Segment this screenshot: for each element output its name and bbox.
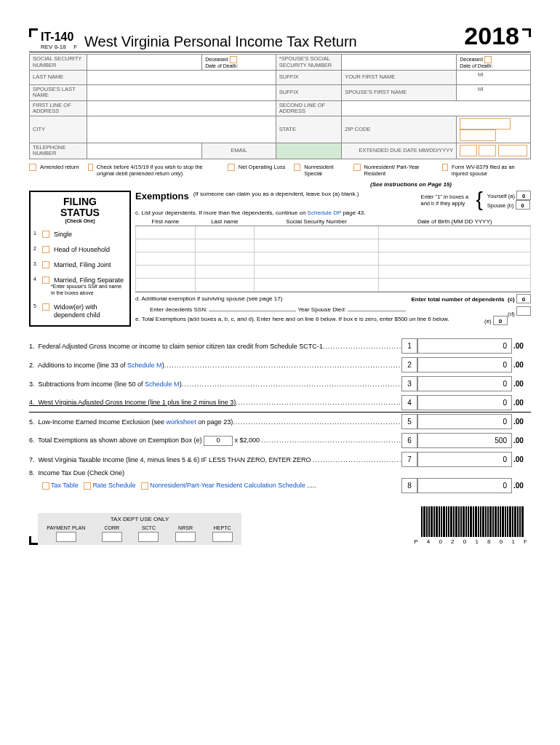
filing-opt-widow[interactable]: 5Widow(er) with dependent child	[33, 303, 127, 319]
decedents-line: Enter decedents SSN: Year Spouse Died: (…	[135, 305, 531, 314]
line-8-amount[interactable]: 0	[417, 478, 512, 493]
barcode-bars	[414, 506, 531, 537]
box-e[interactable]: 0	[493, 316, 508, 325]
lastname-label: LAST NAME	[30, 71, 87, 85]
city-field[interactable]	[87, 116, 276, 143]
zip-input[interactable]	[460, 118, 511, 130]
addr2-field[interactable]	[342, 100, 531, 116]
phone-label: TELEPHONE NUMBER	[30, 143, 87, 159]
dep-row[interactable]	[136, 239, 531, 252]
line-8: Tax Table Rate Schedule Nonresident/Part…	[29, 477, 531, 495]
box-b[interactable]: 0	[516, 200, 530, 210]
line-2: 2. Additions to income (line 33 of Sched…	[29, 356, 531, 375]
filing-title1: FILING	[33, 196, 127, 207]
line-3-amount[interactable]: 0	[417, 376, 512, 391]
email-label: EMAIL	[202, 143, 276, 159]
email-field[interactable]	[276, 143, 341, 159]
spouse-ssn-field[interactable]	[342, 55, 457, 71]
filing-opt-hoh[interactable]: 2Head of Household	[33, 246, 127, 254]
filing-opt-single[interactable]: 1Single	[33, 231, 127, 239]
mfs-note: *Enter spouse's SS# and name in the boxe…	[51, 284, 127, 296]
nonres-special-checkbox[interactable]: Nonresident Special	[294, 164, 345, 177]
form-code: IT-140	[41, 31, 77, 43]
suffix-label: SUFFIX	[276, 71, 341, 85]
year-died-field[interactable]	[348, 311, 406, 311]
ssn-label: SOCIAL SECURITY NUMBER	[30, 55, 87, 71]
line-5: 5. Low-Income Earned Income Exclusion (s…	[29, 413, 531, 431]
spouse-first-label: SPOUSE'S FIRST NAME	[342, 85, 457, 101]
addr1-label: FIRST LINE OF ADDRESS	[30, 100, 87, 116]
revision: REV 8-18	[41, 44, 66, 50]
schedule-m-link2[interactable]: Schedule M	[145, 381, 180, 388]
exemptions-title: Exemptions	[135, 191, 189, 202]
line-7-amount[interactable]: 0	[417, 452, 512, 467]
zip4-input[interactable]	[460, 130, 496, 141]
corr-box	[102, 532, 122, 542]
ext-mm[interactable]	[460, 145, 477, 156]
nonres-part-checkbox[interactable]: Nonresident/ Part-Year Resident	[353, 164, 433, 177]
box-a[interactable]: 0	[516, 191, 531, 200]
dep-row[interactable]	[136, 265, 531, 278]
spouse-last-field[interactable]	[87, 85, 276, 101]
ssn-field[interactable]	[87, 55, 202, 71]
dep-row[interactable]	[136, 278, 531, 291]
heptc-box	[212, 532, 233, 542]
barcode-text: P 4 0 2 0 1 8 0 1 F	[414, 538, 531, 545]
worksheet-link[interactable]: worksheet	[167, 418, 196, 426]
line-4: 4. West Virginia Adjusted Gross Income (…	[29, 394, 531, 413]
schedule-dp-link[interactable]: Schedule DP	[308, 210, 342, 216]
line-5-amount[interactable]: 0	[417, 414, 512, 429]
filing-title2: STATUS	[33, 207, 127, 218]
crop-mark-bl	[29, 536, 38, 545]
decedent-ssn-field[interactable]	[209, 311, 296, 311]
zip-field[interactable]	[457, 116, 531, 143]
nol-checkbox[interactable]: Net Operating Loss	[228, 164, 286, 171]
barcode: P 4 0 2 0 1 8 0 1 F	[414, 506, 531, 545]
amended-checkbox[interactable]: Amended return	[29, 164, 79, 171]
exemption-count-box[interactable]: 0	[204, 436, 233, 446]
ext-dd[interactable]	[479, 145, 496, 156]
line-d: d. Additional exemption if surviving spo…	[135, 292, 531, 305]
filing-status-box: FILING STATUS (Check One) 1Single 2Head …	[29, 191, 131, 327]
line-1-amount[interactable]: 0	[417, 338, 512, 354]
addr1-field[interactable]	[87, 100, 276, 116]
tax-table-checkbox[interactable]	[42, 482, 49, 490]
enter1-label: Enter "1" in boxes a and b if they apply	[420, 194, 471, 207]
filing-opt-mfj[interactable]: 3Married, Filing Joint	[33, 261, 127, 269]
line-3: 3. Subtractions from income (line 50 of …	[29, 375, 531, 394]
line-4-amount[interactable]: 0	[417, 395, 512, 410]
firstname-field[interactable]: MI	[457, 71, 531, 85]
phone-field[interactable]	[87, 143, 202, 159]
extdue-label: EXTENDED DUE DATE MM/DD/YYYY	[342, 143, 457, 159]
crop-mark-tl	[29, 28, 38, 37]
stop-debit-checkbox[interactable]: Check before 4/15/19 if you wish to stop…	[88, 164, 219, 177]
box-d[interactable]	[516, 306, 531, 316]
spouse-ssn-label: *SPOUSE'S SOCIAL SECURITY NUMBER	[276, 55, 341, 71]
type-code: F	[73, 44, 77, 50]
rate-schedule-checkbox[interactable]	[84, 482, 91, 490]
spouse-first-field[interactable]: MI	[457, 85, 531, 101]
line-8-label: Income Tax Due (Check One)	[39, 469, 124, 477]
crop-mark-tr	[522, 28, 531, 37]
sctc-box	[138, 532, 159, 542]
schedule-m-link[interactable]: Schedule M	[127, 362, 162, 369]
col-dob: Date of Birth (MM DD YYYY)	[379, 218, 531, 226]
line-2-amount[interactable]: 0	[417, 357, 512, 372]
payment-plan-box	[56, 532, 76, 542]
nonres-calc-checkbox[interactable]	[141, 482, 148, 490]
identity-grid: SOCIAL SECURITY NUMBER Deceased Date of …	[29, 54, 531, 159]
dep-row[interactable]	[136, 226, 531, 239]
check-one-label: (Check One)	[33, 218, 127, 223]
line-6-amount[interactable]: 500	[417, 433, 512, 448]
ext-yyyy[interactable]	[498, 145, 527, 156]
extdue-field[interactable]	[457, 143, 531, 159]
lastname-field[interactable]	[87, 71, 276, 85]
box-c[interactable]: 0	[516, 294, 531, 303]
zip-label: ZIP CODE	[342, 116, 457, 143]
filing-opt-mfs[interactable]: 4Married, Filing Separate	[33, 276, 127, 284]
wv8379-checkbox[interactable]: Form WV-8379 filed as an injured spouse	[442, 164, 522, 177]
deceased-self[interactable]: Deceased Date of Death:	[202, 55, 276, 71]
deceased-spouse[interactable]: Deceased Date of Death:	[457, 55, 531, 71]
dep-row[interactable]	[136, 252, 531, 265]
line-7: 7. West Virginia Taxable Income (line 4,…	[29, 450, 531, 469]
